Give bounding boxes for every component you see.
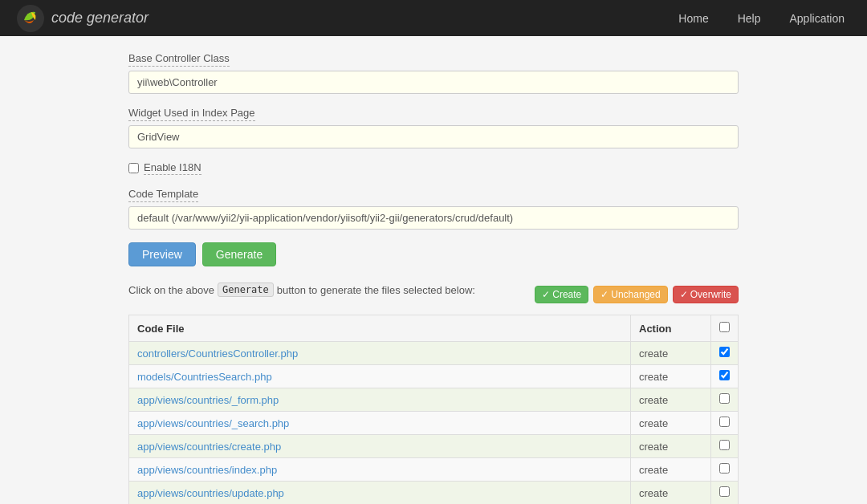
table-row: app/views/countries/update.phpcreate: [129, 482, 739, 505]
nav-help[interactable]: Help: [731, 12, 767, 25]
enable-i18n-group: Enable I18N: [128, 161, 739, 175]
file-link[interactable]: controllers/CountriesController.php: [137, 348, 298, 360]
action-cell: create: [631, 435, 711, 458]
table-row: app/views/countries/_form.phpcreate: [129, 388, 739, 412]
row-checkbox[interactable]: [719, 463, 730, 474]
generate-code-label: Generate: [218, 282, 274, 297]
badge-create-label: Create: [552, 289, 581, 300]
file-cell: app/views/countries/_form.php: [129, 388, 631, 412]
checkbox-cell: [711, 365, 739, 388]
file-link[interactable]: app/views/countries/update.php: [137, 487, 284, 499]
action-buttons: Preview Generate: [128, 242, 739, 266]
file-cell: app/views/countries/create.php: [129, 435, 631, 458]
select-all-checkbox[interactable]: [719, 322, 730, 332]
checkbox-cell: [711, 435, 739, 458]
overwrite-icon: ✓: [680, 289, 688, 300]
badge-create: ✓ Create: [535, 286, 588, 303]
navbar: code generator Home Help Application: [0, 0, 867, 36]
generate-info: Click on the above Generate button to ge…: [128, 282, 475, 297]
preview-button[interactable]: Preview: [128, 242, 196, 266]
checkbox-cell: [711, 342, 739, 365]
base-controller-class-label: Base Controller Class: [128, 52, 230, 67]
table-row: app/views/countries/_search.phpcreate: [129, 412, 739, 435]
badge-unchanged: ✓ Unchanged: [593, 286, 667, 303]
action-cell: create: [631, 458, 711, 482]
badge-overwrite-label: Overwrite: [690, 289, 731, 300]
select-all-header: [711, 315, 739, 342]
checkbox-cell: [711, 412, 739, 435]
checkbox-cell: [711, 388, 739, 412]
file-cell: app/views/countries/_search.php: [129, 412, 631, 435]
file-link[interactable]: app/views/countries/_search.php: [137, 417, 289, 429]
generate-button[interactable]: Generate: [202, 242, 276, 266]
base-controller-class-group: Base Controller Class: [128, 52, 739, 94]
badge-unchanged-label: Unchanged: [611, 289, 660, 300]
row-checkbox[interactable]: [719, 440, 730, 450]
row-checkbox[interactable]: [719, 486, 730, 497]
generate-info-suffix: button to generate the files selected be…: [277, 284, 475, 296]
nav-links: Home Help Application: [672, 12, 851, 25]
file-link[interactable]: app/views/countries/_form.php: [137, 394, 279, 406]
file-link[interactable]: app/views/countries/create.php: [137, 441, 281, 453]
legend-badges: ✓ Create ✓ Unchanged ✓ Overwrite: [535, 286, 739, 303]
row-checkbox[interactable]: [719, 370, 730, 380]
checkbox-cell: [711, 482, 739, 505]
file-link[interactable]: app/views/countries/index.php: [137, 464, 277, 476]
action-cell: create: [631, 388, 711, 412]
nav-help-link[interactable]: Help: [731, 9, 767, 28]
action-cell: create: [631, 482, 711, 505]
action-cell: create: [631, 342, 711, 365]
table-row: controllers/CountriesController.phpcreat…: [129, 342, 739, 365]
file-cell: app/views/countries/index.php: [129, 458, 631, 482]
checkbox-cell: [711, 458, 739, 482]
enable-i18n-label: Enable I18N: [144, 161, 201, 175]
nav-application-link[interactable]: Application: [784, 9, 852, 28]
code-template-input[interactable]: [128, 206, 739, 230]
nav-home[interactable]: Home: [672, 12, 714, 25]
file-cell: controllers/CountriesController.php: [129, 342, 631, 365]
base-controller-class-input[interactable]: [128, 71, 739, 94]
table-row: app/views/countries/create.phpcreate: [129, 435, 739, 458]
file-cell: app/views/countries/update.php: [129, 482, 631, 505]
action-cell: create: [631, 412, 711, 435]
unchanged-icon: ✓: [600, 289, 609, 300]
row-checkbox[interactable]: [719, 347, 730, 357]
row-checkbox[interactable]: [719, 417, 730, 427]
widget-index-page-label: Widget Used in Index Page: [128, 107, 255, 121]
code-file-header: Code File: [129, 315, 631, 342]
generate-info-prefix: Click on the above: [128, 284, 214, 296]
yii-logo: [16, 4, 45, 33]
file-table: Code File Action controllers/CountriesCo…: [128, 315, 739, 504]
generate-info-row: Click on the above Generate button to ge…: [128, 282, 739, 307]
file-link[interactable]: models/CountriesSearch.php: [137, 371, 272, 383]
badge-overwrite: ✓ Overwrite: [673, 286, 739, 303]
table-row: app/views/countries/index.phpcreate: [129, 458, 739, 482]
row-checkbox[interactable]: [719, 393, 730, 404]
brand: code generator: [16, 4, 149, 33]
action-cell: create: [631, 365, 711, 388]
table-header-row: Code File Action: [129, 315, 739, 342]
enable-i18n-checkbox[interactable]: [128, 163, 139, 173]
widget-index-page-group: Widget Used in Index Page: [128, 107, 739, 148]
nav-application[interactable]: Application: [784, 12, 852, 25]
code-template-label: Code Template: [128, 188, 198, 202]
main-content: Base Controller Class Widget Used in Ind…: [112, 52, 755, 504]
nav-home-link[interactable]: Home: [672, 9, 714, 28]
brand-text: code generator: [51, 10, 149, 26]
file-cell: models/CountriesSearch.php: [129, 365, 631, 388]
check-icon: ✓: [542, 289, 550, 300]
widget-index-page-input[interactable]: [128, 125, 739, 148]
table-row: models/CountriesSearch.phpcreate: [129, 365, 739, 388]
code-template-group: Code Template: [128, 188, 739, 230]
action-header: Action: [631, 315, 711, 342]
